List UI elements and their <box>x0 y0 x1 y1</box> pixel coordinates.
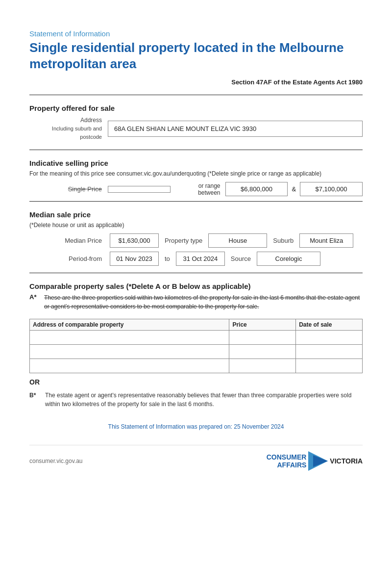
range-high-input[interactable]: $7,100,000 <box>300 182 363 196</box>
comparable-section: Comparable property sales (*Delete A or … <box>29 282 363 409</box>
period-from-label: Period-from <box>29 255 108 262</box>
prepared-statement: This Statement of Information was prepar… <box>29 423 363 430</box>
median-price-value: $1,630,000 <box>110 233 159 248</box>
table-row <box>30 345 363 359</box>
comparable-heading: Comparable property sales (*Delete A or … <box>29 282 363 290</box>
logo-victoria: VICTORIA <box>330 457 363 465</box>
comparable-a-note: These are the three properties sold with… <box>44 293 363 311</box>
divider-1 <box>29 95 363 95</box>
address-row: Address Including suburb and postcode 68… <box>29 116 363 141</box>
address-label-main: Address <box>80 117 102 124</box>
or-label: OR <box>29 378 363 386</box>
logo-container: CONSUMER AFFAIRS VICTORIA <box>267 450 363 472</box>
footer: consumer.vic.gov.au CONSUMER AFFAIRS VIC… <box>29 445 363 472</box>
median-section: Median sale price (*Delete house or unit… <box>29 210 363 266</box>
address-sublabel: Including suburb and postcode <box>52 126 102 140</box>
row-date <box>296 331 363 345</box>
to-label: to <box>165 255 170 262</box>
median-row-1: Median Price $1,630,000 Property type Ho… <box>29 233 363 248</box>
source-label: Source <box>231 255 251 262</box>
a-row: A* These are the three properties sold w… <box>29 293 363 315</box>
logo-affairs: AFFAIRS <box>267 461 307 469</box>
comparable-table: Address of comparable property Price Dat… <box>29 319 363 373</box>
footer-url: consumer.vic.gov.au <box>29 458 83 464</box>
table-row <box>30 331 363 345</box>
logo-consumer: CONSUMER <box>267 453 307 462</box>
suburb-value: Mount Eliza <box>299 233 353 248</box>
address-value: 68A GLEN SHIAN LANE MOUNT ELIZA VIC 3930 <box>108 121 363 137</box>
divider-4 <box>29 273 363 273</box>
logo-triangle-icon <box>307 450 329 472</box>
row-address <box>30 331 229 345</box>
property-section-heading: Property offered for sale <box>29 104 363 112</box>
row-price <box>229 331 296 345</box>
property-type-label: Property type <box>165 237 202 244</box>
row-address <box>30 345 229 359</box>
row-price <box>229 359 296 373</box>
single-price-label: Single Price <box>29 185 108 193</box>
or-range-label: or range between <box>175 182 220 196</box>
median-subtitle: (*Delete house or unit as applicable) <box>29 222 363 229</box>
period-from-value: 01 Nov 2023 <box>110 252 159 266</box>
period-to-value: 31 Oct 2024 <box>176 252 225 266</box>
row-address <box>30 359 229 373</box>
indicative-price-heading: Indicative selling price <box>29 159 363 167</box>
range-low-input[interactable]: $6,800,000 <box>225 182 288 196</box>
divider-2 <box>29 150 363 150</box>
a-star: A* <box>29 293 39 315</box>
divider-3 <box>29 201 363 202</box>
price-row: Single Price or range between $6,800,000… <box>29 182 363 196</box>
main-title: Single residential property located in t… <box>29 40 363 72</box>
indicative-price-subtitle: For the meaning of this price see consum… <box>29 170 363 177</box>
median-price-label: Median Price <box>29 237 108 244</box>
col-header-price: Price <box>229 319 296 331</box>
col-header-address: Address of comparable property <box>30 319 229 331</box>
logo-text-block: CONSUMER AFFAIRS <box>267 453 307 470</box>
act-reference: Section 47AF of the Estate Agents Act 19… <box>29 78 363 86</box>
b-star: B* <box>29 391 39 409</box>
svg-marker-1 <box>313 455 328 467</box>
table-row <box>30 359 363 373</box>
property-type-value: House <box>208 233 267 248</box>
median-row-2: Period-from 01 Nov 2023 to 31 Oct 2024 S… <box>29 252 363 266</box>
row-price <box>229 345 296 359</box>
source-value: Corelogic <box>257 252 320 266</box>
ampersand: & <box>292 185 296 193</box>
row-date <box>296 359 363 373</box>
address-label: Address Including suburb and postcode <box>29 116 108 141</box>
col-header-date: Date of sale <box>296 319 363 331</box>
b-note-row: B* The estate agent or agent's represent… <box>29 391 363 409</box>
suburb-label: Suburb <box>273 237 294 244</box>
b-note-text: The estate agent or agent's representati… <box>45 391 363 409</box>
logo-triangle-container <box>307 450 329 472</box>
statement-of-info-label: Statement of Information <box>29 29 363 38</box>
row-date <box>296 345 363 359</box>
single-price-input[interactable] <box>108 186 171 193</box>
median-heading: Median sale price <box>29 210 363 219</box>
